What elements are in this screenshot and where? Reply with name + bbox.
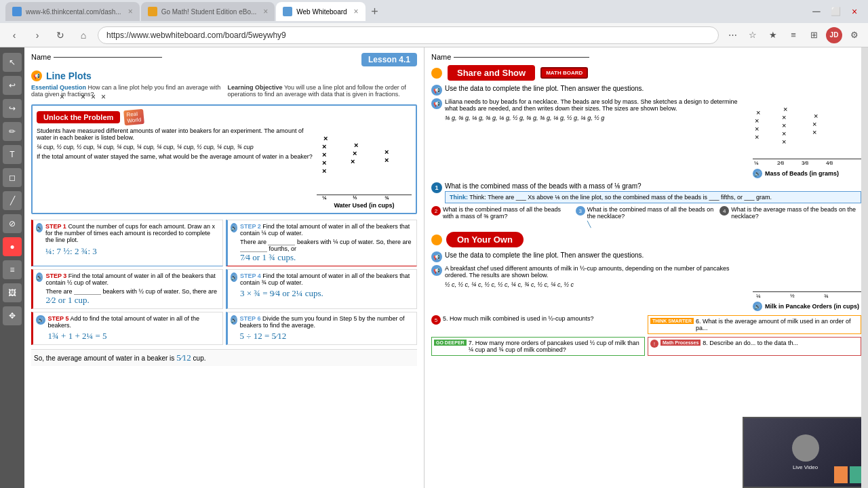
milk-audio[interactable]: 🔊 [753,302,762,311]
video-avatar [792,434,819,462]
tool-line[interactable]: ╱ [3,191,22,210]
think-box: Think: Think: There are ___ Xs above ⅛ o… [445,191,861,203]
beads-section: 📢 Liliana needs to buy beads for a neckl… [431,98,861,178]
step5-audio[interactable]: 🔊 [36,315,45,325]
share-show-button[interactable]: Share and Show [448,65,535,81]
tab-k6-close[interactable]: × [128,7,133,16]
milk-x-marks: ¼ ½ ¾ [753,265,861,292]
star-icon[interactable]: ★ [765,27,781,43]
forward-button[interactable]: › [28,26,46,44]
step4-answer: 3 × ¾ = 9⁄4 or 2¼ cups. [240,288,414,299]
mass-label-row: 🔊 Mass of Beads (in grams) [753,169,861,178]
tab-gomath[interactable]: Go Math! Student Edition eBo... × [141,2,275,21]
tab-wb-close[interactable]: × [354,7,359,16]
tool-cursor[interactable]: ↖ [3,53,22,72]
q7-row: GO DEEPER 7. How many more orders of pan… [431,337,645,356]
beads-x-marks: × × × × × × × × × × × × [753,98,861,159]
home-button[interactable]: ⌂ [75,26,92,44]
tick-4/8: 4⁄8 [826,160,833,166]
step-4: 🔊 STEP 4 Find the total amount of water … [226,269,418,309]
restore-button[interactable]: ⬜ [827,3,844,20]
address-input[interactable] [98,26,719,44]
tab-k6-label: www-k6.thinkcental.com/dash... [26,8,121,16]
tool-undo[interactable]: ↩ [3,76,22,95]
step2-audio[interactable]: 🔊 [231,223,237,232]
bead-sizes: ⅜ g, ⅜ g, ⅛ g, ⅜ g, ⅛ g, ½ g, ⅜ g, ⅜ g, … [445,115,747,121]
milk-axis [753,291,861,292]
question-1-row: 1 What is the combined mass of the beads… [431,182,861,203]
on-your-own-button[interactable]: On Your Own [446,232,524,247]
tool-image[interactable]: 🖼 [3,283,22,302]
beads-axis [753,159,861,159]
x-mark: × [354,141,358,149]
step2-blank1 [268,245,295,245]
x-mark: × [384,148,389,156]
axis-line [317,195,412,195]
step-5: 🔊 STEP 5 Add to find the total amount of… [31,312,223,345]
learning-objective: Learning Objective You will use a line p… [228,84,418,100]
x-mark: × [322,159,326,167]
problem-question: If the total amount of water stayed the … [37,153,313,160]
grid-icon[interactable]: ⊞ [806,27,822,43]
step4-label: STEP 4 [240,272,261,279]
tool-eraser[interactable]: ⊘ [3,214,22,233]
q1-text: What is the combined mass of the beads w… [445,182,861,190]
tab-k6[interactable]: www-k6.thinkcental.com/dash... × [5,2,140,21]
tick-2/8: 2⁄8 [777,160,784,166]
step4-audio[interactable]: 🔊 [231,272,237,282]
tool-list[interactable]: ≡ [3,260,22,279]
bookmark-icon[interactable]: ☆ [745,27,761,43]
mass-audio[interactable]: 🔊 [753,169,762,178]
step3-audio[interactable]: 🔊 [36,272,43,282]
step1-audio[interactable]: 🔊 [36,223,43,232]
q1-icon: 1 [431,182,442,193]
tab-bar: www-k6.thinkcental.com/dash... × Go Math… [0,0,868,23]
tab-gomath-close[interactable]: × [263,7,268,16]
beads-line-plot: × × × × × × × × × × × × [753,98,861,178]
think-text: Think: There are ___ Xs above ⅛ on the l… [469,194,772,201]
right-page-header: Name [431,53,861,61]
chart-title: Water Used (in cups) [317,202,412,209]
right-scrollbar[interactable] [861,47,868,488]
milk-line-plot: ¼ ½ ¾ 🔊 Milk in Pancake Orders (in cups) [753,265,861,311]
close-window-button[interactable]: × [846,3,863,20]
milk-values: ½ c, ½ c, ¼ c, ½ c, ½ c, ¼ c, ¾ c, ½ c, … [445,281,747,288]
minimize-button[interactable]: ─ [808,3,825,20]
q1-area: What is the combined mass of the beads w… [445,182,861,203]
settings-icon[interactable]: ⚙ [846,27,863,43]
pancake-text-area: 📢 A breakfast chef used different amount… [431,265,747,311]
profile-button[interactable]: JD [826,27,842,43]
section-title-bar: 📢 Line Plots [31,70,417,81]
reload-button[interactable]: ↻ [52,26,69,44]
tool-color[interactable]: ● [3,237,22,256]
name-line-right: Name [431,53,589,61]
back-button[interactable]: ‹ [5,26,23,44]
tool-pen[interactable]: ✏ [3,122,22,141]
problem-text: Students have measured different amounts… [37,127,313,141]
step2-answer: 7⁄4 or 1 ¾ cups. [240,252,414,263]
x-mark: × [351,157,355,165]
wb-favicon [283,7,292,16]
q3-row: 3 What is the combined mass of all the b… [576,206,717,228]
q5-icon: 5 [431,315,441,325]
q8-text: 8. Describe an do... to the data th... [703,340,798,346]
step-1: 🔊 STEP 1 Count the number of cups for ea… [31,220,223,266]
step6-audio[interactable]: 🔊 [231,315,237,325]
video-thumbnail[interactable]: Live Video [743,417,868,488]
q6-badge: THINK SMARTER [650,318,694,324]
tab-wb[interactable]: Web Whiteboard × [276,2,365,21]
new-tab-button[interactable]: + [367,3,383,20]
q2-row: 2 What is the combined mass of all the b… [431,206,573,228]
extensions-icon[interactable]: ⋯ [724,27,741,43]
tick-3/8: 3⁄8 [802,160,808,166]
milk-label-row: 🔊 Milk in Pancake Orders (in cups) [753,302,861,311]
tool-shape[interactable]: ◻ [3,168,22,187]
menu-icon[interactable]: ≡ [785,27,802,43]
step6-answer: 5 ÷ 12 = 5⁄12 [240,331,414,342]
tool-move[interactable]: ✥ [3,306,22,325]
step5-label: STEP 5 [48,315,69,322]
tool-text[interactable]: T [3,145,22,164]
name-underline-left [54,57,162,58]
tool-redo[interactable]: ↪ [3,99,22,118]
step2-label: STEP 2 [240,223,261,230]
